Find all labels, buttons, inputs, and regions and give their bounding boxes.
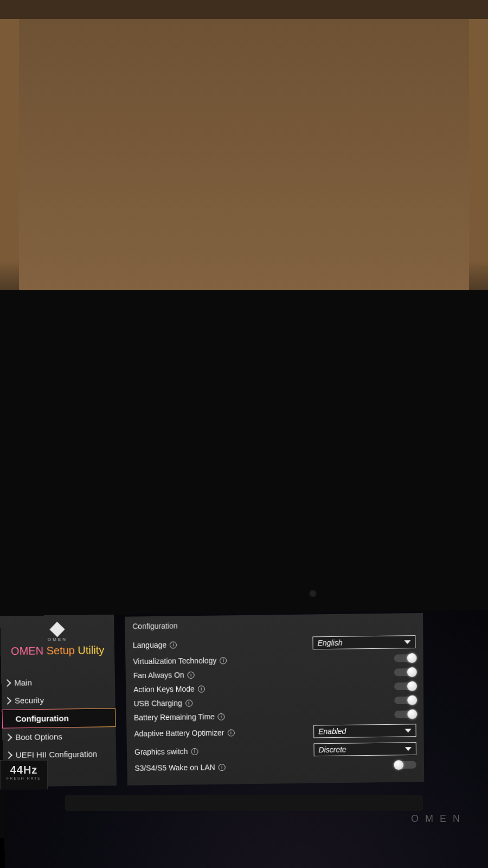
webcam: [309, 590, 317, 597]
title-part-utility: Utility: [78, 644, 104, 656]
toggle-battery-remaining-time[interactable]: [394, 711, 416, 718]
chevron-down-icon: [405, 747, 412, 751]
setting-label: Languagei: [133, 640, 177, 649]
setting-label-text: Battery Remaining Time: [134, 712, 215, 722]
dropdown-value: Enabled: [318, 727, 346, 736]
sidebar-item-label: Security: [15, 695, 44, 705]
bezel-brand: OMEN: [411, 813, 466, 825]
brand-subtext: OMEN: [4, 636, 111, 642]
chevron-right-icon: [4, 733, 12, 741]
dropdown-adaptive-battery-optimizer[interactable]: Enabled: [313, 724, 416, 738]
setting-label-text: S3/S4/S5 Wake on LAN: [134, 763, 215, 773]
setting-label-text: Adaptive Battery Optimizer: [134, 729, 224, 738]
toggle-knob: [394, 760, 403, 770]
setting-label: S3/S4/S5 Wake on LANi: [134, 763, 225, 773]
toggle-knob: [407, 681, 417, 691]
laptop-bezel: OMEN OMEN Setup Utility MainSecurityConf…: [0, 290, 488, 838]
info-icon[interactable]: i: [191, 748, 198, 755]
chevron-right-icon: [3, 679, 11, 686]
toggle-fan-always-on[interactable]: [394, 668, 416, 676]
setting-label-text: Action Keys Mode: [133, 685, 195, 694]
dropdown-language[interactable]: English: [312, 635, 415, 649]
toggle-knob: [407, 709, 417, 719]
brand-block: OMEN OMEN Setup Utility: [0, 615, 114, 664]
sidebar-item-label: UEFI HII Configuration: [16, 749, 98, 760]
toggle-usb-charging[interactable]: [394, 697, 416, 704]
setting-label-text: USB Charging: [133, 699, 182, 708]
info-icon[interactable]: i: [227, 729, 234, 736]
shelf-back: [19, 19, 469, 290]
laptop-screen: OMEN OMEN Setup Utility MainSecurityConf…: [0, 610, 488, 868]
config-panel: Configuration LanguageiEnglishVirtualiza…: [125, 613, 424, 786]
title-part-setup: Setup: [46, 644, 78, 657]
bios-window: OMEN OMEN Setup Utility MainSecurityConf…: [0, 611, 424, 787]
info-icon[interactable]: i: [220, 657, 227, 664]
toggle-s3/s4/s5-wake-on-lan[interactable]: [395, 761, 416, 769]
app-title: OMEN Setup Utility: [4, 644, 111, 656]
sidebar-item-label: Configuration: [16, 713, 69, 723]
info-icon[interactable]: i: [219, 764, 226, 771]
setting-label: Action Keys Modei: [133, 685, 205, 694]
toggle-knob: [407, 695, 417, 705]
toggle-knob: [407, 653, 417, 663]
setting-label: USB Chargingi: [133, 699, 192, 708]
chevron-right-icon: [5, 751, 12, 759]
setting-label: Adaptive Battery Optimizeri: [134, 728, 234, 738]
sidebar-item-main[interactable]: Main: [1, 673, 115, 692]
info-icon[interactable]: i: [170, 641, 177, 648]
setting-label: Fan Always Oni: [133, 671, 195, 680]
dropdown-value: English: [317, 639, 342, 648]
sidebar-item-boot-options[interactable]: Boot Options: [2, 727, 116, 746]
omen-logo-icon: [49, 622, 65, 637]
setting-label-text: Virtualization Technology: [133, 656, 216, 666]
photo-scene: OMEN OMEN Setup Utility MainSecurityConf…: [0, 0, 488, 868]
refresh-rate-sticker: 44Hz FRESH RATE: [0, 760, 48, 789]
setting-label-text: Fan Always On: [133, 671, 184, 680]
info-icon[interactable]: i: [185, 699, 192, 706]
toggle-action-keys-mode[interactable]: [394, 682, 416, 690]
chevron-down-icon: [404, 640, 410, 644]
info-icon[interactable]: i: [188, 671, 195, 678]
sidebar-item-configuration[interactable]: Configuration: [2, 708, 115, 728]
info-icon[interactable]: i: [218, 713, 225, 720]
dropdown-value: Discrete: [318, 745, 346, 754]
sidebar-item-label: Boot Options: [15, 732, 62, 742]
toggle-knob: [407, 667, 417, 677]
setting-label: Graphics switchi: [134, 747, 198, 756]
panel-title: Configuration: [132, 618, 415, 630]
shelf-edge: [0, 0, 488, 19]
chevron-down-icon: [405, 729, 412, 732]
sticker-sub: FRESH RATE: [1, 776, 47, 780]
sticker-hz: 44Hz: [1, 764, 47, 776]
setting-label-text: Language: [133, 641, 166, 650]
setting-label-text: Graphics switch: [134, 747, 188, 756]
toggle-virtualization-technology[interactable]: [394, 654, 416, 662]
sidebar-item-label: Main: [14, 678, 32, 687]
setting-label: Virtualization Technologyi: [133, 656, 227, 666]
laptop-hinge: [65, 795, 423, 811]
chevron-right-icon: [4, 697, 11, 704]
setting-label: Battery Remaining Timei: [134, 712, 225, 722]
settings-list: LanguageiEnglishVirtualization Technolog…: [133, 633, 416, 775]
sidebar-item-security[interactable]: Security: [2, 691, 115, 710]
title-part-omen: OMEN: [11, 644, 47, 657]
setting-row: S3/S4/S5 Wake on LANi: [134, 758, 416, 775]
info-icon[interactable]: i: [198, 685, 205, 692]
dropdown-graphics-switch[interactable]: Discrete: [313, 742, 416, 756]
